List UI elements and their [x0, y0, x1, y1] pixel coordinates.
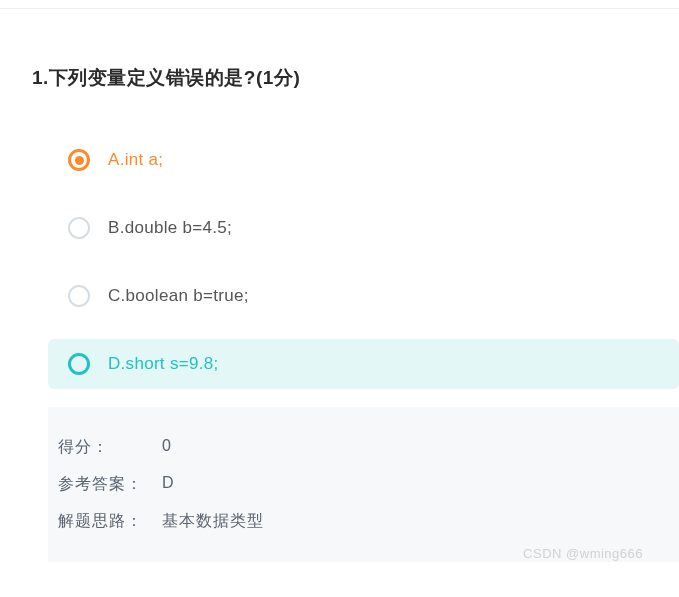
- answer-panel: 得分： 0 参考答案： D 解题思路： 基本数据类型: [48, 407, 679, 562]
- option-label: A.int a;: [108, 150, 163, 170]
- options-group: A.int a; B.double b=4.5; C.boolean b=tru…: [0, 91, 679, 389]
- reference-value: D: [162, 474, 175, 495]
- explain-label: 解题思路：: [58, 511, 148, 532]
- radio-icon: [68, 149, 90, 171]
- question-title: 1.下列变量定义错误的是?(1分): [0, 9, 679, 91]
- question-points: 1分: [263, 67, 294, 88]
- radio-icon: [68, 353, 90, 375]
- reference-label: 参考答案：: [58, 474, 148, 495]
- reference-row: 参考答案： D: [58, 466, 669, 503]
- question-number: 1: [32, 67, 43, 88]
- score-label: 得分：: [58, 437, 148, 458]
- question-text: 下列变量定义错误的是?: [49, 67, 256, 88]
- option-label: C.boolean b=true;: [108, 286, 249, 306]
- score-row: 得分： 0: [58, 429, 669, 466]
- score-value: 0: [162, 437, 172, 458]
- explain-row: 解题思路： 基本数据类型: [58, 503, 669, 540]
- option-b[interactable]: B.double b=4.5;: [48, 203, 679, 253]
- option-label: B.double b=4.5;: [108, 218, 232, 238]
- radio-icon: [68, 217, 90, 239]
- option-a[interactable]: A.int a;: [48, 135, 679, 185]
- option-d[interactable]: D.short s=9.8;: [48, 339, 679, 389]
- option-label: D.short s=9.8;: [108, 354, 219, 374]
- explain-value: 基本数据类型: [162, 511, 264, 532]
- option-c[interactable]: C.boolean b=true;: [48, 271, 679, 321]
- radio-icon: [68, 285, 90, 307]
